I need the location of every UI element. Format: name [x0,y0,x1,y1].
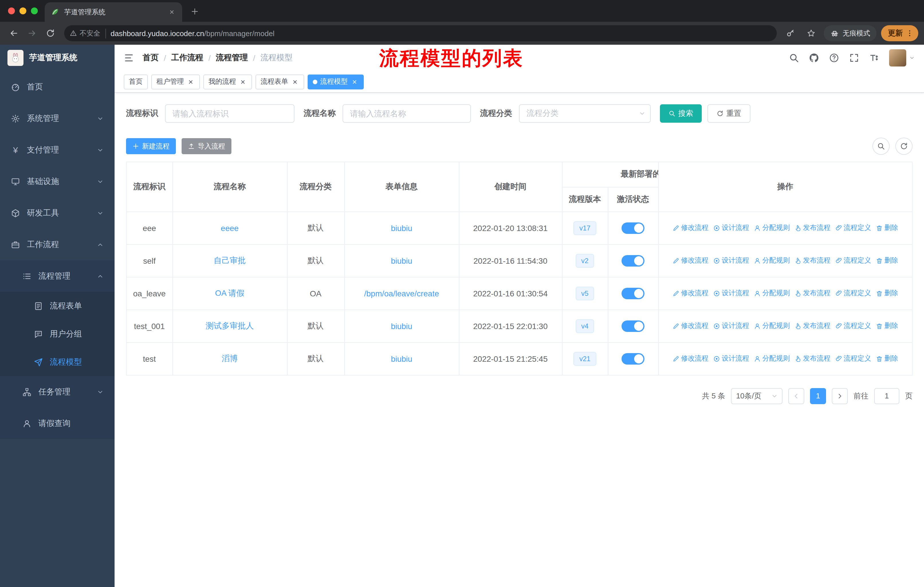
back-button[interactable] [6,25,22,41]
refresh-table-button[interactable] [895,137,912,155]
reset-button[interactable]: 重置 [708,104,751,123]
active-toggle[interactable] [622,288,644,299]
sidebar-item-task-management[interactable]: 任务管理 [0,376,115,408]
search-icon[interactable] [789,53,799,63]
page-size-select[interactable]: 10条/页 [731,388,782,404]
breadcrumb-workflow[interactable]: 工作流程 [171,53,203,63]
breadcrumb-home[interactable]: 首页 [143,53,159,63]
font-size-icon[interactable] [869,53,879,63]
form-info-link[interactable]: /bpm/oa/leave/create [364,289,439,298]
menu-dots-icon[interactable] [906,29,914,37]
forward-button[interactable] [24,25,40,41]
active-toggle[interactable] [622,320,644,332]
publish-process-link[interactable]: 发布流程 [795,321,831,331]
assign-rule-link[interactable]: 分配规则 [754,288,790,298]
delete-process-link[interactable]: 删除 [876,223,898,233]
sidebar-collapse-button[interactable] [124,53,134,63]
design-process-link[interactable]: 设计流程 [713,321,749,331]
window-minimize-button[interactable] [20,7,26,14]
tag-my-process[interactable]: 我的流程 [203,74,252,89]
process-definition-link[interactable]: 流程定义 [835,288,871,298]
delete-process-link[interactable]: 删除 [876,321,898,331]
modify-process-link[interactable]: 修改流程 [673,223,709,233]
password-key-icon[interactable] [782,25,799,41]
avatar[interactable] [889,49,906,66]
form-info-link[interactable]: biubiu [391,223,412,232]
sidebar-item-system[interactable]: 系统管理 [0,103,115,134]
search-button[interactable]: 搜索 [660,104,702,123]
prev-page-button[interactable] [788,388,804,404]
sidebar-item-payment[interactable]: ¥ 支付管理 [0,134,115,166]
help-icon[interactable] [829,53,839,63]
tag-home[interactable]: 首页 [124,74,148,89]
sidebar-item-workflow[interactable]: 工作流程 [0,229,115,260]
process-name-link[interactable]: eeee [221,223,239,232]
design-process-link[interactable]: 设计流程 [713,288,749,298]
active-toggle[interactable] [622,222,644,233]
import-process-button[interactable]: 导入流程 [182,138,231,154]
modify-process-link[interactable]: 修改流程 [673,288,709,298]
process-name-link[interactable]: 自己审批 [214,255,246,265]
design-process-link[interactable]: 设计流程 [713,256,749,265]
delete-process-link[interactable]: 删除 [876,288,898,298]
tag-close-icon[interactable] [239,78,247,86]
sidebar-item-process-management[interactable]: 流程管理 [0,260,115,292]
sidebar-item-leave-query[interactable]: 请假查询 [0,408,115,439]
tag-close-icon[interactable] [351,78,359,86]
goto-page-input[interactable] [874,388,899,404]
publish-process-link[interactable]: 发布流程 [795,288,831,298]
active-toggle[interactable] [622,353,644,364]
assign-rule-link[interactable]: 分配规则 [754,321,790,331]
sidebar-item-process-form[interactable]: 流程表单 [0,292,115,320]
next-page-button[interactable] [832,388,848,404]
fullscreen-icon[interactable] [849,53,859,63]
tag-tenant-management[interactable]: 租户管理 [151,74,200,89]
assign-rule-link[interactable]: 分配规则 [754,354,790,364]
show-search-button[interactable] [873,137,889,155]
active-toggle[interactable] [622,255,644,266]
tag-process-model[interactable]: 流程模型 [308,74,364,89]
browser-update-button[interactable]: 更新 [881,25,918,41]
tag-close-icon[interactable] [187,78,195,86]
browser-tab[interactable]: 芋道管理系统 [45,2,182,22]
breadcrumb-process-management[interactable]: 流程管理 [216,53,248,63]
site-security-chip[interactable]: 不安全 [70,28,106,38]
process-key-input[interactable] [165,104,294,123]
create-process-button[interactable]: 新建流程 [126,138,176,154]
design-process-link[interactable]: 设计流程 [713,223,749,233]
modify-process-link[interactable]: 修改流程 [673,354,709,364]
publish-process-link[interactable]: 发布流程 [795,354,831,364]
bookmark-star-icon[interactable] [803,25,819,41]
sidebar-item-process-model[interactable]: 流程模型 [0,348,115,376]
process-name-link[interactable]: 滔博 [222,354,238,362]
modify-process-link[interactable]: 修改流程 [673,256,709,265]
sidebar-item-home[interactable]: 首页 [0,71,115,103]
delete-process-link[interactable]: 删除 [876,354,898,364]
process-definition-link[interactable]: 流程定义 [835,354,871,364]
form-info-link[interactable]: biubiu [391,256,412,265]
user-menu[interactable] [889,49,915,66]
new-tab-button[interactable] [187,3,203,20]
address-bar[interactable]: 不安全 dashboard.yudao.iocoder.cn/bpm/manag… [64,25,777,41]
sidebar-item-devtools[interactable]: 研发工具 [0,197,115,229]
process-category-select[interactable]: 流程分类 [519,104,651,123]
tag-close-icon[interactable] [291,78,299,86]
tag-process-form[interactable]: 流程表单 [256,74,304,89]
form-info-link[interactable]: biubiu [391,321,412,331]
process-definition-link[interactable]: 流程定义 [835,321,871,331]
process-name-input[interactable] [343,104,471,123]
window-zoom-button[interactable] [31,7,38,14]
process-definition-link[interactable]: 流程定义 [835,223,871,233]
form-info-link[interactable]: biubiu [391,354,412,363]
delete-process-link[interactable]: 删除 [876,256,898,265]
tab-close-icon[interactable] [167,7,177,17]
process-name-link[interactable]: 测试多审批人 [206,321,254,330]
publish-process-link[interactable]: 发布流程 [795,256,831,265]
github-icon[interactable] [809,53,819,63]
modify-process-link[interactable]: 修改流程 [673,321,709,331]
sidebar-item-user-group[interactable]: 用户分组 [0,320,115,348]
app-logo[interactable]: 芋道管理系统 [0,45,115,71]
reload-button[interactable] [42,25,58,41]
sidebar-item-infrastructure[interactable]: 基础设施 [0,166,115,197]
window-close-button[interactable] [8,7,15,14]
